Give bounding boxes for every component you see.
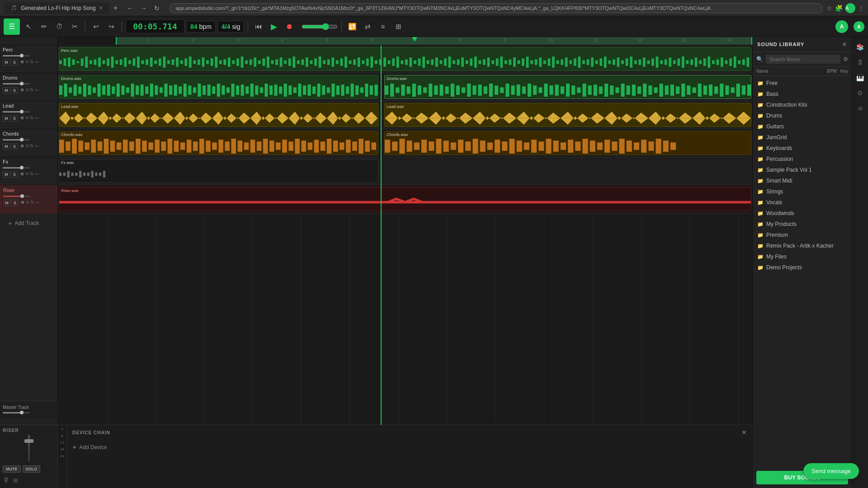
device-chain-close-btn[interactable]: ✕	[741, 429, 747, 436]
library-item-strings[interactable]: 📁 Strings	[753, 186, 852, 197]
bookmark-btn[interactable]: ☆	[826, 5, 832, 12]
track-lane-perc[interactable]: Perc.wav	[58, 45, 752, 73]
library-icon-btn[interactable]: 📚	[854, 41, 867, 53]
new-tab-btn[interactable]: +	[110, 3, 121, 14]
library-item-my-files[interactable]: 📁 My Files	[753, 251, 852, 262]
library-item-smart-midi[interactable]: 📁 Smart Midi	[753, 175, 852, 186]
library-item-percussion[interactable]: 📁 Percussion	[753, 154, 852, 164]
clip-chords-1[interactable]: Chords.wav	[59, 131, 378, 155]
track-vol-handle-drums[interactable]	[20, 82, 24, 85]
back-btn[interactable]: ←	[124, 3, 135, 14]
clip-chords-2[interactable]: Chords.wav	[384, 131, 751, 155]
track-mute-drums[interactable]: M	[3, 87, 10, 94]
track-vol-handle-fx[interactable]	[20, 166, 24, 169]
browser-tab-active[interactable]: 🎵 Generated Lo-Fi Hip Hop Song ✕	[4, 2, 110, 14]
library-item-premium[interactable]: 📁 Premium	[753, 230, 852, 240]
library-item-demo-projects[interactable]: 📁 Demo Projects	[753, 262, 852, 273]
profile-circle[interactable]: A	[854, 21, 864, 32]
library-item-drums[interactable]: 📁 Drums	[753, 110, 852, 121]
track-solo-drums[interactable]: S	[11, 87, 18, 94]
menu-btn[interactable]: ☰	[4, 19, 20, 35]
track-vol-riser[interactable]	[3, 196, 30, 197]
library-item-woodwinds[interactable]: 📁 Woodwinds	[753, 208, 852, 219]
track-lane-fx[interactable]: Fx.wav	[58, 157, 752, 185]
clip-lead-2[interactable]: Lead.wav	[384, 103, 751, 127]
library-filter-btn[interactable]: ⚙	[843, 56, 848, 62]
library-item-remix-pack[interactable]: 📁 Remix Pack - Artik x Kacher	[753, 240, 852, 251]
select-tool-btn[interactable]: ↖	[22, 20, 35, 33]
master-track-vol[interactable]	[3, 412, 30, 413]
library-item-free[interactable]: 📁 Free	[753, 78, 852, 89]
library-item-keyboards[interactable]: 📁 Keyboards	[753, 143, 852, 154]
empty-track-area[interactable]	[58, 213, 752, 304]
add-device-btn[interactable]: + Add Device	[72, 443, 107, 451]
bpm-value[interactable]: 84	[190, 23, 198, 30]
pencil-tool-btn[interactable]: ✏	[37, 20, 51, 33]
track-vol-chords[interactable]	[3, 139, 30, 141]
add-track-btn[interactable]: + Add Track	[3, 216, 44, 230]
track-vol-lead[interactable]	[3, 111, 30, 113]
grid-btn[interactable]: ⊞	[392, 20, 405, 33]
library-item-construction-kits[interactable]: 📁 Construction Kits	[753, 99, 852, 110]
cut-btn[interactable]: ✂	[68, 20, 81, 33]
track-mute-chords[interactable]: M	[3, 143, 10, 150]
user-avatar[interactable]: A	[835, 20, 848, 33]
play-btn[interactable]: ▶	[267, 20, 281, 33]
library-close-btn[interactable]: ✕	[842, 41, 847, 48]
track-vol-drums[interactable]	[3, 83, 30, 84]
track-lane-drums[interactable]: Drums.wav Drums.wav	[58, 73, 752, 101]
solo-btn[interactable]: SOLO	[23, 465, 41, 473]
track-vol-handle-chords[interactable]	[20, 138, 24, 141]
clip-perc-1[interactable]: Perc.wav	[59, 47, 751, 71]
track-vol-handle-riser[interactable]	[20, 194, 24, 198]
clip-fx-1[interactable]: Fx.wav	[59, 159, 378, 183]
library-search-input[interactable]	[766, 55, 840, 64]
clip-drums-2[interactable]: Drums.wav	[384, 75, 751, 99]
library-item-my-products[interactable]: 📁 My Products	[753, 219, 852, 230]
track-mute-riser[interactable]: M	[3, 200, 10, 206]
tab-close-btn[interactable]: ✕	[99, 5, 103, 10]
extensions-btn[interactable]: 🧩	[835, 5, 843, 12]
track-lane-riser[interactable]: Riser.wav	[58, 185, 752, 213]
piano-icon-btn[interactable]: 🎹	[854, 71, 867, 84]
eq-icon-btn[interactable]: ≋	[854, 102, 867, 115]
refresh-btn[interactable]: ↻	[151, 3, 162, 14]
redo-btn[interactable]: ↪	[104, 20, 118, 33]
loop-region-ruler[interactable]	[116, 37, 752, 45]
clip-lead-1[interactable]: Lead.wav	[59, 103, 378, 127]
track-vol-handle-perc[interactable]	[20, 54, 24, 57]
forward-btn[interactable]: →	[138, 3, 149, 14]
settings-btn[interactable]: ⋮	[858, 5, 864, 12]
library-item-bass[interactable]: 📁 Bass	[753, 89, 852, 99]
record-btn[interactable]: ⏺	[283, 20, 296, 33]
track-lane-chords[interactable]: Chords.wav Chords.wav	[58, 129, 752, 157]
library-item-vocals[interactable]: 📁 Vocals	[753, 197, 852, 208]
send-message-btn[interactable]: Send message	[803, 463, 859, 479]
track-solo-fx[interactable]: S	[11, 171, 18, 178]
track-vol-handle-lead[interactable]	[20, 110, 24, 113]
undo-btn[interactable]: ↩	[89, 20, 103, 33]
profile-btn[interactable]: A	[845, 3, 855, 13]
address-bar[interactable]: app.ampedstudio.com/?_gl=1*zkt20c*_ga*MT…	[170, 3, 823, 13]
library-item-jamgrid[interactable]: 📁 JamGrid	[753, 132, 852, 143]
fader-track[interactable]	[28, 435, 30, 462]
mute-btn[interactable]: MUTE	[3, 465, 21, 473]
go-start-btn[interactable]: ⏮	[252, 20, 265, 33]
history-btn[interactable]: ⏱	[52, 20, 66, 33]
master-volume-slider[interactable]	[302, 23, 338, 30]
track-lane-lead[interactable]: Lead.wav Lead.wav	[58, 101, 752, 129]
time-sig-value[interactable]: 4/4	[222, 23, 230, 30]
library-item-guitars[interactable]: 📁 Guitars	[753, 121, 852, 132]
mix-btn[interactable]: ⇄	[361, 20, 374, 33]
track-vol-fx[interactable]	[3, 167, 30, 169]
track-solo-lead[interactable]: S	[11, 115, 18, 122]
track-solo-chords[interactable]: S	[11, 143, 18, 150]
track-solo-riser[interactable]: S	[11, 200, 19, 206]
clip-drums-1[interactable]: Drums.wav	[59, 75, 378, 99]
effects-icon-btn[interactable]: 🎛	[854, 56, 867, 69]
track-mute-perc[interactable]: M	[3, 59, 10, 66]
track-solo-perc[interactable]: S	[11, 59, 18, 66]
library-item-sample-pack[interactable]: 📁 Sample Pack Vol 1	[753, 164, 852, 175]
settings-icon-btn[interactable]: ⚙	[854, 87, 867, 99]
timeline-ruler[interactable]: 1 2 3 4 5 6 7 8 9 10 11 12 13 14	[116, 37, 752, 45]
